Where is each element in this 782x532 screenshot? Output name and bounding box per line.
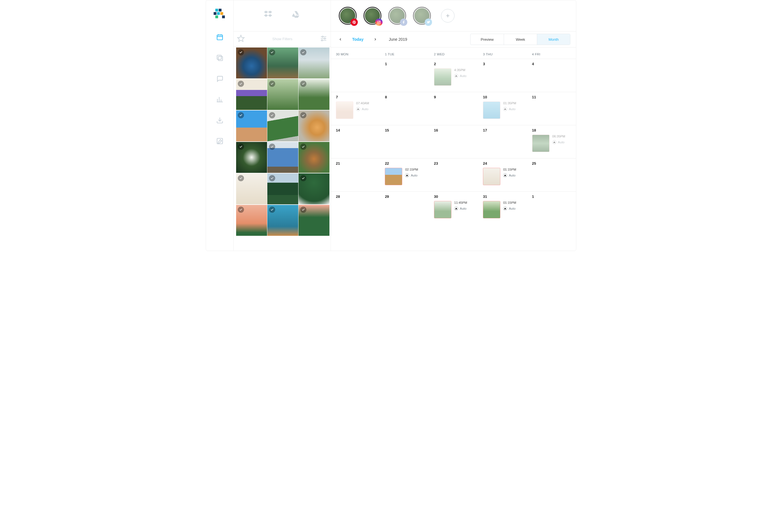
add-profile-button[interactable] [441, 9, 455, 23]
calendar-cell[interactable]: 1 [380, 59, 429, 92]
calendar-cell[interactable]: 1001:35PMAuto [478, 92, 527, 125]
facebook-icon [400, 19, 407, 26]
svg-rect-1 [217, 55, 221, 59]
day-number: 2 [434, 62, 475, 66]
calendar-cell[interactable]: 28 [331, 192, 380, 220]
scheduled-post[interactable]: 02:15PMAuto [385, 168, 426, 185]
media-item[interactable] [236, 110, 267, 141]
calendar-cell[interactable]: 15 [380, 125, 429, 158]
nav-media[interactable] [216, 54, 224, 62]
google-drive-icon[interactable] [290, 9, 302, 22]
media-item[interactable] [267, 47, 298, 78]
auto-icon [454, 207, 458, 211]
app-logo [214, 8, 226, 21]
calendar-cell[interactable]: 21 [331, 158, 380, 191]
scheduled-post[interactable]: 11:45PMAuto [434, 201, 475, 218]
profile-instagram[interactable] [363, 7, 382, 25]
tab-preview[interactable]: Preview [470, 34, 504, 45]
nav-conversations[interactable] [216, 74, 224, 83]
next-month-button[interactable] [372, 37, 378, 42]
calendar-cell[interactable]: 25 [527, 158, 576, 191]
media-item[interactable] [298, 79, 329, 110]
prev-month-button[interactable] [337, 37, 343, 42]
calendar-cell[interactable]: 3101:15PMAuto [478, 192, 527, 220]
calendar-cell[interactable] [331, 59, 380, 92]
post-auto-badge: Auto [503, 107, 516, 111]
media-item[interactable] [298, 205, 329, 236]
date-nav: Today [337, 37, 378, 42]
day-number: 14 [336, 128, 377, 132]
calendar-cell[interactable]: 9 [429, 92, 478, 125]
check-icon [300, 81, 307, 87]
media-item[interactable] [298, 142, 329, 173]
calendar-cell[interactable]: 23 [429, 158, 478, 191]
instagram-icon [375, 19, 383, 26]
calendar-cell[interactable]: 11 [527, 92, 576, 125]
calendar-cell[interactable]: 14 [331, 125, 380, 158]
calendar-cell[interactable]: 1 [527, 192, 576, 220]
sliders-icon[interactable] [320, 35, 327, 43]
media-item[interactable] [236, 47, 267, 78]
calendar-cell[interactable]: 16 [429, 125, 478, 158]
media-item[interactable] [236, 173, 267, 204]
weekday-label: 2 WED [429, 52, 478, 56]
media-item[interactable] [298, 110, 329, 141]
media-item[interactable] [267, 142, 298, 173]
calendar-cell[interactable]: 1806:35PMAuto [527, 125, 576, 158]
tab-month[interactable]: Month [537, 34, 570, 45]
scheduled-post[interactable]: 4:35PMAuto [434, 68, 475, 86]
profile-pinterest[interactable] [339, 7, 357, 25]
scheduled-post[interactable]: 07:40AMAuto [336, 102, 377, 119]
calendar-cell[interactable]: 3 [478, 59, 527, 92]
scheduled-post[interactable]: 06:35PMAuto [532, 135, 573, 152]
calendar-cell[interactable]: 8 [380, 92, 429, 125]
calendar-cell[interactable]: 17 [478, 125, 527, 158]
calendar-cell[interactable]: 2202:15PMAuto [380, 158, 429, 191]
media-item[interactable] [267, 205, 298, 236]
nav-analytics[interactable] [216, 95, 224, 104]
media-item[interactable] [267, 173, 298, 204]
star-icon[interactable] [237, 35, 245, 43]
media-item[interactable] [298, 173, 329, 204]
today-button[interactable]: Today [352, 37, 363, 42]
media-item[interactable] [236, 142, 267, 173]
nav-linkinbio[interactable] [216, 137, 224, 145]
check-icon [269, 175, 275, 181]
calendar-cell[interactable]: 24:35PMAuto [429, 59, 478, 92]
dropbox-icon[interactable] [262, 9, 274, 22]
media-item[interactable] [298, 47, 329, 78]
scheduled-post[interactable]: 01:15PMAuto [483, 201, 524, 218]
profile-twitter[interactable] [413, 7, 431, 25]
media-item[interactable] [267, 79, 298, 110]
post-thumbnail [532, 135, 549, 152]
auto-label: Auto [460, 207, 467, 210]
auto-icon [553, 140, 556, 144]
day-number: 24 [483, 161, 524, 166]
scheduled-post[interactable]: 01:15PMAuto [483, 168, 524, 185]
calendar-cell[interactable]: 4 [527, 59, 576, 92]
auto-label: Auto [509, 174, 516, 177]
day-number: 11 [532, 95, 573, 99]
profile-facebook[interactable] [388, 7, 406, 25]
media-item[interactable] [236, 205, 267, 236]
media-item[interactable] [267, 110, 298, 141]
post-thumbnail [434, 201, 452, 218]
tab-week[interactable]: Week [504, 34, 537, 45]
nav-calendar[interactable] [216, 33, 224, 41]
weekday-label: 30 MON [331, 52, 380, 56]
media-item[interactable] [236, 79, 267, 110]
scheduled-post[interactable]: 01:35PMAuto [483, 102, 524, 119]
calendar-cell[interactable]: 29 [380, 192, 429, 220]
check-icon [238, 49, 244, 56]
auto-label: Auto [460, 74, 467, 78]
calendar-cell[interactable]: 707:40AMAuto [331, 92, 380, 125]
auto-label: Auto [509, 207, 516, 210]
calendar-cell[interactable]: 3011:45PMAuto [429, 192, 478, 220]
post-time: 07:40AM [356, 102, 369, 105]
post-thumbnail [483, 201, 500, 218]
calendar-cell[interactable]: 2401:15PMAuto [478, 158, 527, 191]
nav-collect[interactable] [216, 116, 224, 125]
show-filters-label[interactable]: Show Filters [247, 37, 318, 41]
auto-icon [405, 173, 409, 177]
profile-switcher [331, 0, 576, 31]
